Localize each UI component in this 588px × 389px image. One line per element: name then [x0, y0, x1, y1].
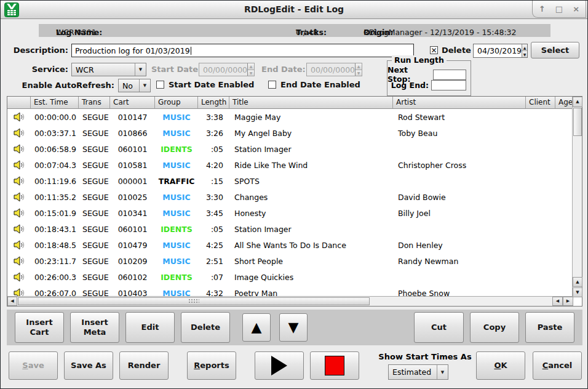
- cell-artist: Christopher Cross: [393, 161, 526, 170]
- spin-down-icon: ▼: [248, 70, 254, 76]
- table-row[interactable]: 00:00:00.0 SEGUE 010147 MUSIC 3:38 Maggi…: [7, 109, 573, 125]
- chevron-down-icon: ▼: [139, 79, 150, 92]
- column-header-client[interactable]: Client: [526, 97, 555, 109]
- column-header-icon[interactable]: [7, 97, 31, 109]
- scroll-down-icon[interactable]: ▼: [573, 287, 582, 297]
- ok-button[interactable]: OK: [476, 351, 525, 380]
- cell-cart: 010479: [110, 241, 155, 250]
- column-header-trans[interactable]: Trans: [79, 97, 110, 109]
- cell-group: IDENTS: [155, 145, 198, 154]
- copy-button[interactable]: Copy: [470, 312, 519, 343]
- scroll-up-icon[interactable]: ▲: [573, 97, 582, 107]
- cell-est-time: 00:00:00.0: [31, 113, 79, 122]
- shade-icon[interactable]: ↑: [539, 5, 546, 13]
- log-end-label: Log End:: [391, 81, 429, 90]
- close-icon[interactable]: ×: [573, 5, 579, 13]
- table-row[interactable]: 00:07:04.3 SEGUE 010581 MUSIC 4:20 Ride …: [7, 157, 573, 173]
- play-button[interactable]: [255, 351, 304, 380]
- rdlogedit-window: RDLogEdit - Edit Log ↑ □ × Log Name: WCR…: [0, 0, 588, 389]
- delete-on-date-spinbox[interactable]: 04/30/2019 ▲ ▼: [473, 44, 528, 58]
- reports-button[interactable]: Reports: [187, 351, 236, 380]
- table-row[interactable]: 00:03:37.1 SEGUE 010866 MUSIC 3:26 My An…: [7, 125, 573, 141]
- column-header-artist[interactable]: Artist: [393, 97, 526, 109]
- table-row[interactable]: 00:06:58.9 SEGUE 060101 IDENTS :05 Stati…: [7, 141, 573, 157]
- vertical-scrollbar[interactable]: ▲ ▲ ▼: [572, 97, 582, 297]
- insert-cart-button[interactable]: Insert Cart: [15, 312, 64, 343]
- insert-meta-button[interactable]: Insert Meta: [70, 312, 119, 343]
- column-header-title[interactable]: Title: [229, 97, 393, 109]
- horizontal-scrollbar[interactable]: ◀ ◀ ▶: [7, 296, 573, 306]
- stop-button[interactable]: [310, 351, 359, 380]
- text-caret: [191, 47, 191, 55]
- spin-up-icon: ▲: [356, 63, 362, 70]
- cell-est-time: 00:06:58.9: [31, 145, 79, 154]
- cut-button[interactable]: Cut: [414, 312, 464, 343]
- table-row[interactable]: 00:18:48.5 SEGUE 010479 MUSIC 4:25 All S…: [7, 237, 573, 253]
- table-row[interactable]: 00:26:07.0 SEGUE 010403 MUSIC 4:32 Poetr…: [7, 285, 573, 297]
- select-button[interactable]: Select: [531, 42, 579, 58]
- speaker-icon: [7, 160, 31, 170]
- save-button[interactable]: Save: [9, 351, 58, 380]
- cell-length: :15: [198, 177, 229, 186]
- spin-down-icon[interactable]: ▼: [522, 51, 527, 57]
- table-row[interactable]: 00:18:43.1 SEGUE 060101 IDENTS :05 Stati…: [7, 221, 573, 237]
- cell-group: TRAFFIC: [155, 177, 198, 186]
- start-date-spinbox: 00/00/0000 ▲▼: [199, 63, 255, 76]
- cell-trans: SEGUE: [79, 129, 110, 138]
- column-header-est-time[interactable]: Est. Time: [31, 97, 79, 109]
- delete-on-checkbox[interactable]: ✕: [430, 46, 438, 54]
- scroll-right-icon[interactable]: ▶: [563, 297, 573, 306]
- cell-cart: 010209: [110, 257, 155, 266]
- maximize-icon[interactable]: □: [555, 5, 563, 13]
- titlebar[interactable]: RDLogEdit - Edit Log ↑ □ ×: [1, 1, 587, 19]
- table-row[interactable]: 00:15:01.9 SEGUE 010341 MUSIC 3:45 Hones…: [7, 205, 573, 221]
- move-down-button[interactable]: ▼: [279, 313, 308, 342]
- column-header-age[interactable]: Age: [555, 97, 573, 109]
- cell-trans: SEGUE: [79, 161, 110, 170]
- table-row[interactable]: 00:11:19.6 SEGUE 000001 TRAFFIC :15 SPOT…: [7, 173, 573, 189]
- render-button[interactable]: Render: [119, 351, 169, 380]
- column-header-group[interactable]: Group: [155, 97, 198, 109]
- column-header-length[interactable]: Length: [198, 97, 229, 109]
- cell-cart: 010025: [110, 193, 155, 202]
- cell-cart: 060101: [110, 145, 155, 154]
- autorefresh-combobox[interactable]: No ▼: [118, 79, 151, 92]
- table-row[interactable]: 00:11:35.2 SEGUE 010025 MUSIC 3:30 Chang…: [7, 189, 573, 205]
- end-date-enabled-checkbox[interactable]: [268, 81, 276, 89]
- move-up-button[interactable]: ▲: [242, 313, 271, 342]
- scroll-left-icon[interactable]: ◀: [552, 297, 563, 306]
- start-date-enabled-checkbox[interactable]: [156, 81, 164, 89]
- scroll-up-icon[interactable]: ▲: [573, 277, 582, 287]
- window-controls: ↑ □ ×: [532, 1, 586, 18]
- description-input[interactable]: Production log for 01/03/2019: [71, 44, 414, 57]
- spin-down-icon: ▼: [356, 70, 362, 76]
- chevron-down-icon: ▼: [135, 63, 146, 76]
- spin-up-icon[interactable]: ▲: [522, 44, 527, 51]
- end-date-spinbox: 00/00/0000 ▲▼: [306, 63, 362, 76]
- horizontal-scroll-thumb[interactable]: [18, 297, 370, 305]
- service-value: WCR: [72, 63, 135, 76]
- speaker-icon: [7, 240, 31, 250]
- show-start-times-combobox[interactable]: Estimated ▼: [388, 364, 448, 380]
- cell-trans: SEGUE: [79, 177, 110, 186]
- cell-title: Changes: [229, 193, 393, 202]
- save-as-button[interactable]: Save As: [64, 351, 113, 380]
- cell-trans: SEGUE: [79, 257, 110, 266]
- cell-title: All She Wants To Do Is Dance: [229, 241, 393, 250]
- table-row[interactable]: 00:26:00.3 SEGUE 060102 IDENTS :07 Image…: [7, 269, 573, 285]
- speaker-icon: [7, 256, 31, 266]
- table-row[interactable]: 00:23:11.7 SEGUE 010209 MUSIC 2:51 Short…: [7, 253, 573, 269]
- column-header-cart[interactable]: Cart: [110, 97, 155, 109]
- cell-trans: SEGUE: [79, 273, 110, 282]
- cell-title: Image Quickies: [229, 273, 393, 282]
- paste-button[interactable]: Paste: [525, 312, 574, 343]
- delete-button[interactable]: Delete: [181, 312, 230, 343]
- service-combobox[interactable]: WCR ▼: [71, 63, 146, 76]
- cell-cart: 010866: [110, 129, 155, 138]
- cancel-button[interactable]: Cancel: [533, 351, 582, 380]
- scroll-left-icon[interactable]: ◀: [7, 297, 17, 306]
- edit-button[interactable]: Edit: [125, 312, 175, 343]
- check-mark-icon: ✕: [431, 47, 437, 54]
- edit-buttons-strip: Insert Cart Insert Meta Edit Delete ▲ ▼ …: [7, 310, 582, 345]
- vertical-scroll-thumb[interactable]: [573, 108, 582, 136]
